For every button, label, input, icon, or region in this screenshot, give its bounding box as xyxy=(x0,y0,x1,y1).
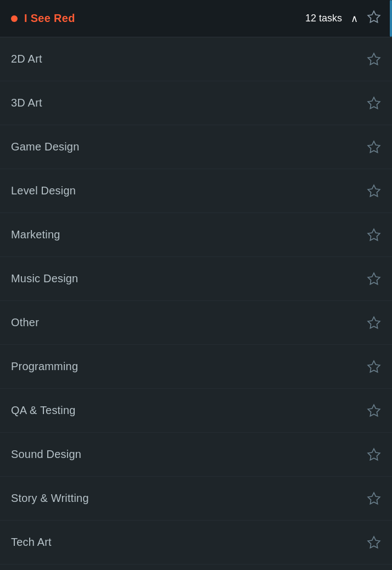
svg-marker-6 xyxy=(368,273,380,284)
star-icon-2d-art[interactable] xyxy=(367,52,381,66)
item-label-sound-design: Sound Design xyxy=(11,448,81,461)
star-icon-programming[interactable] xyxy=(367,360,381,374)
list-item-tech-art[interactable]: Tech Art xyxy=(0,521,392,565)
svg-marker-10 xyxy=(368,449,380,460)
svg-marker-8 xyxy=(368,361,380,372)
list-item-qa-testing[interactable]: QA & Testing xyxy=(0,389,392,433)
category-list: 2D Art3D ArtGame DesignLevel DesignMarke… xyxy=(0,37,392,565)
header-right: 12 tasks ∧ xyxy=(305,10,381,27)
list-item-level-design[interactable]: Level Design xyxy=(0,169,392,213)
item-label-story-writting: Story & Writting xyxy=(11,492,89,505)
star-icon-marketing[interactable] xyxy=(367,228,381,242)
item-label-music-design: Music Design xyxy=(11,272,78,285)
star-icon-qa-testing[interactable] xyxy=(367,404,381,418)
tasks-count: 12 tasks xyxy=(305,13,342,24)
star-icon-game-design[interactable] xyxy=(367,140,381,154)
svg-marker-1 xyxy=(368,53,380,65)
svg-marker-9 xyxy=(368,405,380,416)
item-label-tech-art: Tech Art xyxy=(11,536,52,549)
item-label-level-design: Level Design xyxy=(11,185,76,197)
list-item-3d-art[interactable]: 3D Art xyxy=(0,81,392,125)
list-item-game-design[interactable]: Game Design xyxy=(0,125,392,169)
item-label-game-design: Game Design xyxy=(11,141,79,153)
star-icon-3d-art[interactable] xyxy=(367,96,381,110)
svg-marker-2 xyxy=(368,97,380,109)
header-left: I See Red xyxy=(11,12,75,25)
list-item-other[interactable]: Other xyxy=(0,301,392,345)
svg-marker-7 xyxy=(368,317,380,328)
star-icon-tech-art[interactable] xyxy=(367,535,381,550)
svg-marker-4 xyxy=(368,185,380,197)
svg-marker-0 xyxy=(368,11,380,23)
svg-marker-5 xyxy=(368,229,380,241)
project-title: I See Red xyxy=(24,12,75,25)
item-label-programming: Programming xyxy=(11,360,78,373)
item-label-2d-art: 2D Art xyxy=(11,53,42,65)
status-dot xyxy=(11,15,18,22)
item-label-marketing: Marketing xyxy=(11,228,60,241)
svg-marker-12 xyxy=(368,537,380,548)
scrollbar xyxy=(390,0,392,37)
header: I See Red 12 tasks ∧ xyxy=(0,0,392,37)
svg-marker-3 xyxy=(368,141,380,153)
star-icon-story-writting[interactable] xyxy=(367,491,381,506)
list-item-story-writting[interactable]: Story & Writting xyxy=(0,477,392,521)
list-item-programming[interactable]: Programming xyxy=(0,345,392,389)
header-star-icon[interactable] xyxy=(367,10,381,27)
star-icon-music-design[interactable] xyxy=(367,272,381,286)
item-label-qa-testing: QA & Testing xyxy=(11,404,76,417)
collapse-chevron-icon[interactable]: ∧ xyxy=(351,13,358,25)
list-item-music-design[interactable]: Music Design xyxy=(0,257,392,301)
list-item-sound-design[interactable]: Sound Design xyxy=(0,433,392,477)
star-icon-sound-design[interactable] xyxy=(367,448,381,462)
svg-marker-11 xyxy=(368,493,380,504)
list-item-2d-art[interactable]: 2D Art xyxy=(0,37,392,81)
star-icon-other[interactable] xyxy=(367,316,381,330)
item-label-other: Other xyxy=(11,316,39,329)
star-icon-level-design[interactable] xyxy=(367,184,381,198)
list-item-marketing[interactable]: Marketing xyxy=(0,213,392,257)
item-label-3d-art: 3D Art xyxy=(11,97,42,109)
app-container: I See Red 12 tasks ∧ 2D Art3D ArtGame De… xyxy=(0,0,392,565)
